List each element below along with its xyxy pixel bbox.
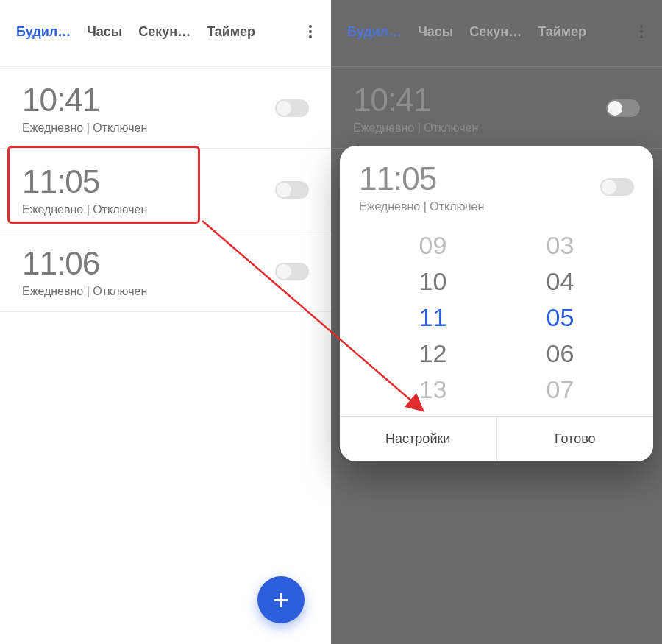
alarm-subtitle: Ежедневно | Отключен [353,121,478,135]
more-menu-icon[interactable] [637,21,646,43]
tab-clock[interactable]: Часы [418,24,453,40]
hour-option[interactable]: 09 [419,231,447,260]
time-picker[interactable]: 09 10 11 12 13 03 04 05 06 07 [340,227,653,416]
alarm-row: 10:41 Ежедневно | Отключен [331,66,662,149]
hour-option[interactable]: 13 [419,375,447,404]
minute-option[interactable]: 03 [547,231,574,260]
alarm-list: 10:41 Ежедневно | Отключен 11:05 Ежеднев… [0,66,331,312]
alarm-time: 10:41 [353,82,478,118]
alarm-subtitle: Ежедневно | Отключен [22,203,147,216]
sheet-alarm-time: 11:05 [359,160,484,197]
screen-alarm-list: Будил… Часы Секун… Таймер 10:41 Ежедневн… [0,0,331,644]
alarm-row[interactable]: 11:06 Ежедневно | Отключен [0,230,331,312]
alarm-time: 11:06 [22,245,147,282]
alarm-time: 11:05 [22,163,147,200]
tab-bar: Будил… Часы Секун… Таймер [0,0,331,53]
add-alarm-fab[interactable]: + [257,576,305,623]
sheet-action-bar: Настройки Готово [340,416,653,461]
tab-timer[interactable]: Таймер [538,24,586,40]
minute-option[interactable]: 07 [547,375,574,404]
alarm-edit-sheet: 11:05 Ежедневно | Отключен 09 10 11 12 1… [340,146,653,461]
alarm-toggle [606,99,640,117]
alarm-subtitle: Ежедневно | Отключен [22,285,147,298]
alarm-list-dimmed: 10:41 Ежедневно | Отключен [331,66,662,149]
hour-option-selected[interactable]: 11 [419,303,447,332]
done-button[interactable]: Готово [497,417,654,461]
minute-picker-column[interactable]: 03 04 05 06 07 [547,231,574,404]
sheet-alarm-subtitle: Ежедневно | Отключен [359,200,484,213]
alarm-toggle[interactable] [275,99,309,117]
hour-option[interactable]: 12 [419,339,447,368]
screen-alarm-edit-sheet: Будил… Часы Секун… Таймер 10:41 Ежедневн… [331,0,662,644]
alarm-subtitle: Ежедневно | Отключен [22,121,147,135]
sheet-alarm-toggle[interactable] [600,178,634,196]
minute-option[interactable]: 06 [547,339,574,368]
tab-stopwatch[interactable]: Секун… [469,24,522,40]
tab-stopwatch[interactable]: Секун… [138,24,191,40]
tab-alarm[interactable]: Будил… [16,24,71,40]
more-menu-icon[interactable] [306,21,315,43]
alarm-time: 10:41 [22,82,147,118]
hour-option[interactable]: 10 [419,267,447,296]
alarm-toggle[interactable] [275,263,309,280]
tab-alarm[interactable]: Будил… [347,24,402,40]
alarm-toggle[interactable] [275,181,309,199]
alarm-row[interactable]: 10:41 Ежедневно | Отключен [0,66,331,149]
alarm-row[interactable]: 11:05 Ежедневно | Отключен [0,149,331,230]
hour-picker-column[interactable]: 09 10 11 12 13 [419,231,447,404]
tab-timer[interactable]: Таймер [207,24,255,40]
tab-bar: Будил… Часы Секун… Таймер [331,0,662,53]
minute-option[interactable]: 04 [547,267,574,296]
plus-icon: + [273,584,289,616]
minute-option-selected[interactable]: 05 [547,303,574,332]
settings-button[interactable]: Настройки [340,417,497,461]
tab-clock[interactable]: Часы [87,24,122,40]
